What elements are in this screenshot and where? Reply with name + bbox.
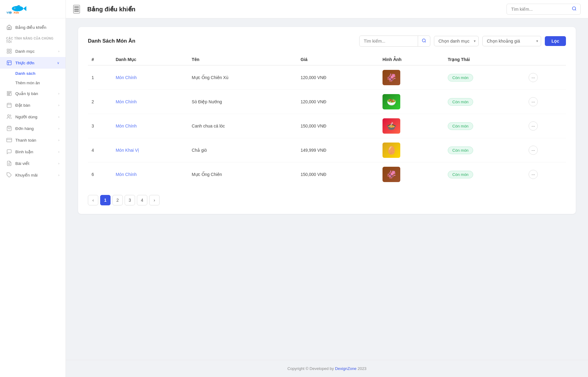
table-title: Danh Sách Món Ăn [88,38,356,44]
col-header-name: Tên [188,54,297,65]
cell-image: 🥚 [379,138,444,162]
sidebar-nguoi-dung-label: Người dùng [15,114,58,119]
action-menu-button[interactable]: ··· [529,170,538,179]
action-menu-button[interactable]: ··· [529,146,538,155]
sidebar-item-khuyen-mai[interactable]: Khuyến mãi › [0,169,66,181]
chevron-right-icon-2: › [58,92,59,95]
sidebar-item-don-hang[interactable]: Đơn hàng › [0,123,66,134]
header-search-button[interactable] [568,4,580,14]
toolbar-search-button[interactable] [418,36,430,46]
submenu-them-mon-an[interactable]: Thêm món ăn [0,78,66,88]
action-menu-button[interactable]: ··· [529,97,538,106]
cell-price: 149,999 VNĐ [297,138,379,162]
sidebar-item-dashboard[interactable]: Bảng điều khiển [0,21,66,33]
svg-line-31 [425,41,426,42]
sidebar-nav: Bảng điều khiển CÁC TÍNH NĂNG CỦA CHÚNG … [0,18,66,377]
sidebar-item-bai-viet[interactable]: Bài viết › [0,158,66,169]
toolbar-search-input[interactable] [360,36,418,46]
cell-price: 120,000 VNĐ [297,65,379,90]
status-badge: Còn món [448,74,473,82]
status-badge: Còn món [448,147,473,154]
sidebar-danh-muc-label: Danh mục [15,49,58,54]
pagination-page-1[interactable]: 1 [100,195,111,205]
food-image: 🥚 [383,143,400,158]
col-header-image: Hình Ảnh [379,54,444,65]
chevron-right-icon-9: › [58,173,59,177]
svg-rect-8 [7,52,9,53]
pagination-page-4[interactable]: 4 [137,195,147,205]
sidebar-section-title: CÁC TÍNH NĂNG CỦA CHÚNG TÔI [0,33,66,45]
cell-status: Còn món [444,114,525,138]
svg-marker-1 [23,6,26,11]
food-image: 🦑 [383,70,400,85]
grid-icon [6,48,12,54]
chevron-right-icon-6: › [58,138,59,142]
pagination-prev[interactable]: ‹ [88,195,98,205]
cell-category: Món Chính [112,114,188,138]
sidebar-item-thanh-toan[interactable]: Thanh toán › [0,134,66,146]
pagination-page-3[interactable]: 3 [125,195,135,205]
table-row: 2 Món Chính Sò Điệp Nướng 120,000 VNĐ 🥗 … [88,90,566,114]
food-image: 🍲 [383,118,400,134]
sidebar-item-dat-ban[interactable]: Đặt bàn › [0,99,66,111]
category-select[interactable]: Chọn danh mục Món Chính Món Khai Vị Trán… [434,36,479,46]
table-icon [6,90,12,97]
header-search-input[interactable] [507,5,568,14]
action-menu-button[interactable]: ··· [529,73,538,82]
sidebar-item-nguoi-dung[interactable]: Người dùng › [0,111,66,123]
sidebar-item-binh-luan[interactable]: Bình luận › [0,146,66,158]
brand-logo: Việt Xưa [5,3,29,15]
footer-text: Copyright © Developed by DexignZone 2023 [287,366,366,371]
cell-category: Món Chính [112,162,188,187]
thuc-don-submenu: Danh sách Thêm món ăn [0,69,66,88]
cell-name: Sò Điệp Nướng [188,90,297,114]
svg-text:Xưa: Xưa [13,11,19,14]
calendar-icon [6,102,12,108]
cell-image: 🦑 [379,65,444,90]
cell-category: Món Chính [112,65,188,90]
price-select[interactable]: Chọn khoảng giá Dưới 100,000 VNĐ 100,000… [482,36,541,46]
svg-line-29 [575,10,576,10]
action-menu-button[interactable]: ··· [529,121,538,131]
page-title: Bảng điều khiển [87,6,502,13]
status-badge: Còn món [448,122,473,130]
main-card: Danh Sách Món Ăn Chọn danh mục Món Chính [78,27,576,214]
sidebar-quan-ly-ban-label: Quản lý bàn [15,91,58,96]
col-header-category: Danh Mục [112,54,188,65]
sidebar-item-quan-ly-ban[interactable]: Quản lý bàn › [0,88,66,99]
cell-category: Món Chính [112,90,188,114]
menu-toggle-button[interactable]: ☰ [73,5,80,13]
footer-brand-link[interactable]: DexignZone [335,366,356,371]
filter-button[interactable]: Lọc [545,36,566,46]
cell-id: 4 [88,138,112,162]
sidebar-khuyen-mai-label: Khuyến mãi [15,173,58,177]
table-row: 1 Món Chính Mực Ống Chiên Xù 120,000 VNĐ… [88,65,566,90]
table-row: 4 Món Khai Vị Chả giò 149,999 VNĐ 🥚 Còn … [88,138,566,162]
sidebar-don-hang-label: Đơn hàng [15,126,58,131]
main-area: ☰ Bảng điều khiển Danh Sách Món Ăn [66,0,588,377]
promo-icon [6,172,12,178]
col-header-price: Giá [297,54,379,65]
cell-image: 🥗 [379,90,444,114]
content-area: Danh Sách Món Ăn Chọn danh mục Món Chính [66,18,588,360]
cell-price: 120,000 VNĐ [297,90,379,114]
chevron-right-icon-5: › [58,127,59,130]
col-header-id: # [88,54,112,65]
header-search-box [507,4,581,15]
pagination-page-2[interactable]: 2 [112,195,123,205]
sidebar-item-danh-muc[interactable]: Danh mục › [0,45,66,57]
status-badge: Còn món [448,171,473,178]
sidebar-item-thuc-don[interactable]: Thực đơn ∨ [0,57,66,69]
pagination-next[interactable]: › [149,195,160,205]
sidebar-thuc-don-label: Thực đơn [15,60,57,65]
cell-image: 🍲 [379,114,444,138]
users-icon [6,114,12,120]
chevron-down-icon: ∨ [57,61,59,65]
svg-point-0 [12,6,23,11]
submenu-danh-sach[interactable]: Danh sách [0,69,66,78]
cell-name: Mực Ống Chiên [188,162,297,187]
menu-table: # Danh Mục Tên Giá Hình Ảnh Trạng Thái 1… [88,54,566,186]
header: ☰ Bảng điều khiển [66,0,588,18]
svg-rect-14 [7,93,9,94]
article-icon [6,160,12,166]
